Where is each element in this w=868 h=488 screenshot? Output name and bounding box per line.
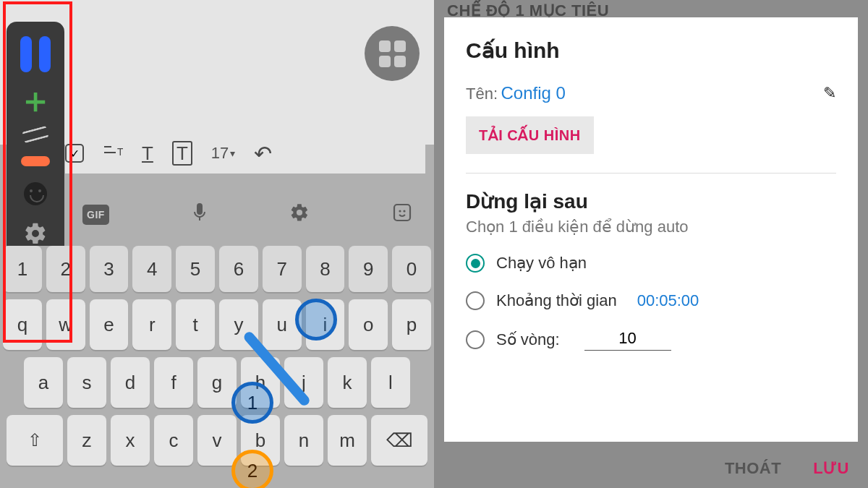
- key-e[interactable]: e: [90, 299, 129, 350]
- text-box-icon[interactable]: T: [172, 142, 192, 165]
- key-k[interactable]: k: [328, 357, 367, 408]
- stop-after-title: Dừng lại sau: [466, 189, 836, 213]
- dialog-title: Cấu hình: [466, 38, 836, 63]
- key-b[interactable]: b: [241, 415, 280, 466]
- undo-icon[interactable]: ↶: [254, 141, 272, 166]
- key-v[interactable]: v: [197, 415, 237, 466]
- key-4[interactable]: 4: [132, 246, 171, 292]
- key-d[interactable]: d: [111, 357, 150, 408]
- option-loops-label: Số vòng:: [496, 330, 560, 349]
- backspace-key[interactable]: ⌫: [371, 415, 427, 466]
- svg-text:T: T: [117, 146, 123, 158]
- right-screenshot: CHẾ ĐỘ 1 MỤC TIÊU Cấu hình Tên: Config 0…: [434, 0, 868, 488]
- key-q[interactable]: q: [3, 299, 42, 350]
- svg-point-2: [399, 210, 401, 212]
- config-name-value[interactable]: Config 0: [501, 83, 565, 103]
- radio-icon[interactable]: [466, 291, 485, 310]
- loops-input[interactable]: [584, 329, 671, 351]
- settings-icon[interactable]: [23, 221, 48, 249]
- svg-point-3: [403, 210, 405, 212]
- key-u[interactable]: u: [263, 299, 302, 350]
- option-interval-label: Khoảng thời gian: [496, 291, 617, 310]
- key-w[interactable]: w: [46, 299, 85, 350]
- key-j[interactable]: j: [284, 357, 323, 408]
- edit-pencil-icon[interactable]: ✎: [823, 84, 836, 103]
- pause-icon[interactable]: [20, 36, 51, 72]
- key-3[interactable]: 3: [90, 246, 129, 292]
- key-s[interactable]: s: [67, 357, 106, 408]
- exit-button[interactable]: THOÁT: [725, 459, 781, 478]
- key-m[interactable]: m: [328, 415, 367, 466]
- dialog-actions: THOÁT LƯU: [725, 459, 849, 478]
- key-t[interactable]: t: [176, 299, 215, 350]
- emoji-icon[interactable]: [24, 182, 47, 205]
- key-8[interactable]: 8: [306, 246, 345, 292]
- key-6[interactable]: 6: [219, 246, 258, 292]
- load-config-button[interactable]: TẢI CẤU HÌNH: [466, 116, 594, 154]
- shift-key[interactable]: ⇧: [7, 415, 63, 466]
- key-g[interactable]: g: [197, 357, 237, 408]
- divider: [466, 173, 836, 174]
- add-target-icon[interactable]: ＋: [18, 88, 53, 113]
- editor-toolbar: ✓ T T T 17▾ ↶: [65, 133, 425, 174]
- interval-value[interactable]: 00:05:00: [637, 291, 699, 310]
- keyboard[interactable]: 1234567890 qwertyuiop asdfghjkl ⇧ zxcvbn…: [0, 246, 434, 473]
- keyboard-toolbar: GIF: [72, 191, 422, 239]
- swipe-mode-icon[interactable]: [22, 125, 49, 142]
- mic-icon[interactable]: [192, 202, 208, 228]
- key-o[interactable]: o: [349, 299, 388, 350]
- font-size-value[interactable]: 17▾: [211, 144, 235, 163]
- config-dialog: Cấu hình Tên: Config 0 ✎ TẢI CẤU HÌNH Dừ…: [444, 17, 858, 442]
- key-p[interactable]: p: [392, 299, 431, 350]
- key-a[interactable]: a: [24, 357, 63, 408]
- keyboard-settings-icon[interactable]: [289, 202, 310, 228]
- option-infinite[interactable]: Chạy vô hạn: [466, 254, 836, 273]
- underline-icon[interactable]: T: [142, 142, 153, 165]
- key-1[interactable]: 1: [3, 246, 42, 292]
- name-label: Tên:: [466, 85, 498, 103]
- key-y[interactable]: y: [219, 299, 258, 350]
- key-h[interactable]: h: [241, 357, 280, 408]
- apps-grid-button[interactable]: [365, 26, 420, 81]
- key-c[interactable]: c: [154, 415, 193, 466]
- gif-icon[interactable]: GIF: [82, 205, 109, 225]
- left-screenshot: ＋ ✥ ✓ T T T 17▾ ↶ GIF 1234567890: [0, 0, 434, 488]
- key-f[interactable]: f: [154, 357, 193, 408]
- svg-rect-1: [394, 205, 410, 221]
- option-infinite-label: Chạy vô hạn: [496, 254, 587, 273]
- key-n[interactable]: n: [284, 415, 323, 466]
- option-loops[interactable]: Số vòng:: [466, 329, 836, 351]
- radio-checked-icon[interactable]: [466, 254, 485, 273]
- checkbox-icon[interactable]: ✓: [65, 144, 84, 163]
- key-l[interactable]: l: [371, 357, 410, 408]
- key-x[interactable]: x: [111, 415, 150, 466]
- key-2[interactable]: 2: [46, 246, 85, 292]
- option-interval[interactable]: Khoảng thời gian 00:05:00: [466, 291, 836, 310]
- remove-icon[interactable]: [21, 156, 50, 166]
- key-9[interactable]: 9: [349, 246, 388, 292]
- radio-icon[interactable]: [466, 330, 485, 349]
- key-z[interactable]: z: [67, 415, 106, 466]
- note-area[interactable]: [0, 0, 434, 145]
- key-7[interactable]: 7: [263, 246, 302, 292]
- key-5[interactable]: 5: [176, 246, 215, 292]
- key-r[interactable]: r: [132, 299, 171, 350]
- key-0[interactable]: 0: [392, 246, 431, 292]
- format-size-icon[interactable]: T: [103, 142, 123, 165]
- save-button[interactable]: LƯU: [813, 459, 849, 478]
- key-i[interactable]: i: [306, 299, 345, 350]
- sticker-icon[interactable]: [392, 202, 412, 228]
- stop-after-subtitle: Chọn 1 điều kiện để dừng auto: [466, 218, 836, 236]
